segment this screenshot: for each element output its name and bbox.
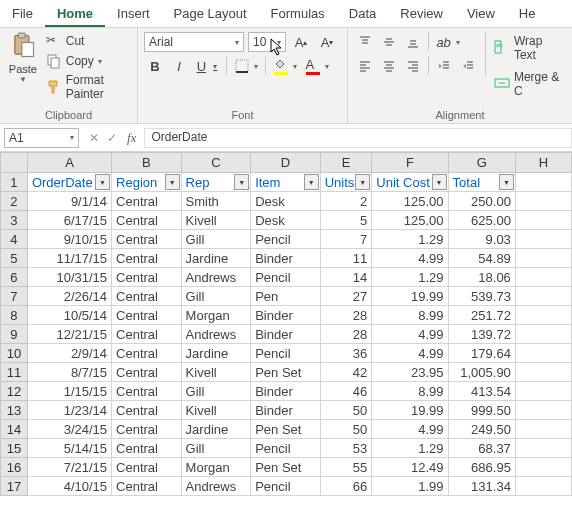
row-header[interactable]: 13 [1, 401, 28, 420]
cell[interactable]: 686.95 [448, 458, 515, 477]
cell[interactable] [515, 249, 571, 268]
font-family-select[interactable]: Arial▾ [144, 32, 244, 52]
cell[interactable]: Kivell [181, 363, 251, 382]
cancel-formula-icon[interactable]: ✕ [89, 131, 99, 145]
cell[interactable]: Central [112, 363, 182, 382]
cell[interactable]: Pencil [251, 344, 321, 363]
cell[interactable]: Pencil [251, 268, 321, 287]
cell[interactable]: 999.50 [448, 401, 515, 420]
column-header[interactable]: H [515, 153, 571, 173]
cell[interactable]: 139.72 [448, 325, 515, 344]
cell[interactable]: 8.99 [372, 382, 448, 401]
cell[interactable]: 7/21/15 [27, 458, 111, 477]
cell[interactable] [515, 382, 571, 401]
row-header[interactable]: 3 [1, 211, 28, 230]
cell[interactable]: Andrews [181, 268, 251, 287]
cell[interactable]: 5 [320, 211, 372, 230]
copy-button[interactable]: Copy ▾ [44, 52, 131, 70]
cell[interactable]: 9.03 [448, 230, 515, 249]
cell[interactable]: Desk [251, 211, 321, 230]
row-header[interactable]: 4 [1, 230, 28, 249]
cell[interactable]: 54.89 [448, 249, 515, 268]
formula-bar[interactable]: OrderDate [144, 128, 572, 148]
filter-dropdown-icon[interactable]: ▼ [165, 174, 180, 190]
filter-dropdown-icon[interactable]: ▼ [499, 174, 514, 190]
cell[interactable]: Pen Set [251, 420, 321, 439]
cell[interactable]: Gill [181, 382, 251, 401]
cell[interactable]: 53 [320, 439, 372, 458]
cell[interactable]: 9/10/15 [27, 230, 111, 249]
format-painter-button[interactable]: Format Painter [44, 72, 131, 102]
cell[interactable]: 19.99 [372, 287, 448, 306]
cell[interactable]: Pencil [251, 477, 321, 496]
cell[interactable]: 539.73 [448, 287, 515, 306]
cell[interactable] [515, 363, 571, 382]
cell[interactable]: 1/23/14 [27, 401, 111, 420]
select-all-corner[interactable] [1, 153, 28, 173]
cell[interactable]: 179.64 [448, 344, 515, 363]
cell[interactable]: 125.00 [372, 192, 448, 211]
row-header[interactable]: 8 [1, 306, 28, 325]
align-center-button[interactable] [378, 56, 400, 76]
tab-home[interactable]: Home [45, 0, 105, 27]
align-bottom-button[interactable] [402, 32, 424, 52]
cell[interactable]: Central [112, 420, 182, 439]
filter-header-cell[interactable]: Region▼ [112, 173, 182, 192]
cell[interactable] [515, 192, 571, 211]
cell[interactable]: 1.29 [372, 268, 448, 287]
cell[interactable]: Central [112, 325, 182, 344]
cell[interactable] [515, 439, 571, 458]
row-header[interactable]: 16 [1, 458, 28, 477]
cell[interactable]: 249.50 [448, 420, 515, 439]
wrap-text-button[interactable]: ab Wrap Text [492, 32, 566, 64]
row-header[interactable]: 6 [1, 268, 28, 287]
cell[interactable]: Central [112, 192, 182, 211]
cell[interactable]: 42 [320, 363, 372, 382]
cell[interactable]: 4/10/15 [27, 477, 111, 496]
row-header[interactable]: 15 [1, 439, 28, 458]
filter-header-cell[interactable]: Rep▼ [181, 173, 251, 192]
cell[interactable]: Binder [251, 306, 321, 325]
column-header[interactable]: E [320, 153, 372, 173]
row-header[interactable]: 9 [1, 325, 28, 344]
cell[interactable]: Smith [181, 192, 251, 211]
cell[interactable]: 4.99 [372, 325, 448, 344]
cell[interactable]: Pencil [251, 230, 321, 249]
cell[interactable]: Kivell [181, 401, 251, 420]
cell[interactable]: 1,005.90 [448, 363, 515, 382]
cell[interactable]: Desk [251, 192, 321, 211]
underline-button[interactable]: U▾ [192, 56, 222, 76]
cell[interactable]: 250.00 [448, 192, 515, 211]
cell[interactable]: Central [112, 306, 182, 325]
cell[interactable]: Central [112, 230, 182, 249]
tab-data[interactable]: Data [337, 0, 388, 27]
align-top-button[interactable] [354, 32, 376, 52]
filter-dropdown-icon[interactable]: ▼ [234, 174, 249, 190]
cell[interactable]: 2 [320, 192, 372, 211]
tab-review[interactable]: Review [388, 0, 455, 27]
cell[interactable] [515, 458, 571, 477]
font-color-button[interactable]: A▾ [302, 56, 332, 76]
fx-icon[interactable]: fx [127, 130, 136, 146]
row-header[interactable]: 11 [1, 363, 28, 382]
spreadsheet-grid[interactable]: ABCDEFGH 1OrderDate▼Region▼Rep▼Item▼Unit… [0, 152, 572, 531]
cell[interactable]: 50 [320, 401, 372, 420]
cell[interactable]: 125.00 [372, 211, 448, 230]
cell[interactable]: 68.37 [448, 439, 515, 458]
cell[interactable]: 131.34 [448, 477, 515, 496]
cell[interactable]: 251.72 [448, 306, 515, 325]
cell[interactable]: 1.29 [372, 230, 448, 249]
cell[interactable]: Gill [181, 230, 251, 249]
cell[interactable]: 36 [320, 344, 372, 363]
cell[interactable]: Jardine [181, 344, 251, 363]
borders-button[interactable]: ▾ [231, 56, 261, 76]
grow-font-button[interactable]: A▴ [290, 32, 312, 52]
filter-header-cell[interactable]: Total▼ [448, 173, 515, 192]
align-left-button[interactable] [354, 56, 376, 76]
cell[interactable] [515, 287, 571, 306]
filter-dropdown-icon[interactable]: ▼ [95, 174, 110, 190]
cell[interactable]: 5/14/15 [27, 439, 111, 458]
cell[interactable]: 10/31/15 [27, 268, 111, 287]
cell[interactable]: 12/21/15 [27, 325, 111, 344]
row-header[interactable]: 2 [1, 192, 28, 211]
